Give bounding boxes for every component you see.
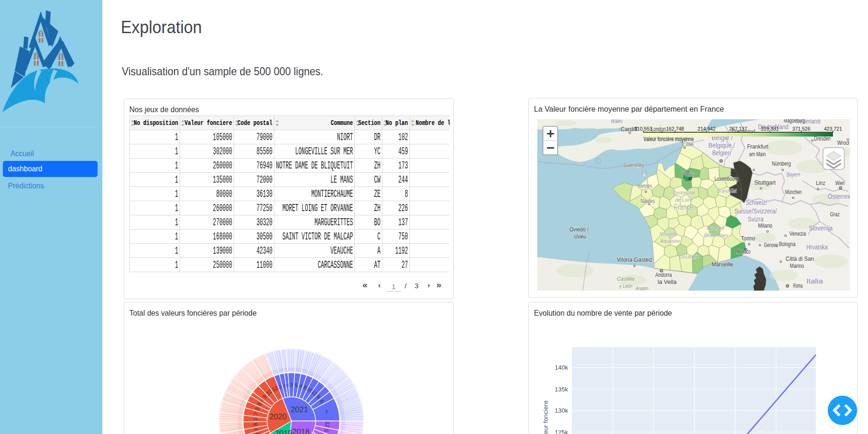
svg-text:267,137: 267,137 bbox=[729, 126, 747, 132]
svg-text:Bologna: Bologna bbox=[779, 241, 796, 248]
svg-text:Wien: Wien bbox=[835, 180, 845, 186]
svg-text:Nouvelle: Nouvelle bbox=[660, 231, 677, 237]
svg-text:8: 8 bbox=[253, 423, 259, 426]
svg-text:7: 7 bbox=[325, 409, 328, 415]
svg-text:Marseille: Marseille bbox=[712, 261, 733, 268]
svg-text:125k: 125k bbox=[555, 429, 569, 434]
svg-text:Stuttgart: Stuttgart bbox=[754, 179, 776, 186]
svg-text:Venezia: Venezia bbox=[789, 230, 806, 237]
svg-text:Aquitaine: Aquitaine bbox=[660, 238, 680, 244]
svg-text:Castilla: Castilla bbox=[617, 276, 634, 282]
svg-text:423,721: 423,721 bbox=[824, 126, 842, 132]
svg-text:Italia: Italia bbox=[806, 277, 823, 285]
svg-text:Occitanie: Occitanie bbox=[679, 254, 699, 259]
svg-text:Oviedo /: Oviedo / bbox=[570, 226, 588, 233]
svg-text:Milano: Milano bbox=[758, 222, 772, 229]
svg-text:Città di San: Città di San bbox=[786, 256, 814, 262]
svg-text:214,942: 214,942 bbox=[697, 126, 715, 132]
svg-text:Linz: Linz bbox=[816, 180, 825, 186]
svg-text:Grand Est: Grand Est bbox=[717, 188, 737, 194]
svg-text:Österreich: Österreich bbox=[828, 192, 850, 200]
svg-text:1: 1 bbox=[252, 417, 258, 421]
svg-text:Belgique /: Belgique / bbox=[708, 142, 735, 149]
svg-text:3: 3 bbox=[290, 382, 293, 388]
svg-text:319,331: 319,331 bbox=[761, 126, 779, 132]
svg-text:Aragón: Aragón bbox=[635, 285, 648, 291]
svg-text:162,748: 162,748 bbox=[666, 126, 684, 132]
svg-text:Valeur fonciere: Valeur fonciere bbox=[542, 400, 549, 434]
svg-text:12: 12 bbox=[324, 421, 330, 428]
svg-text:130k: 130k bbox=[555, 407, 569, 414]
svg-text:Guernsey: Guernsey bbox=[624, 161, 644, 168]
svg-text:2018: 2018 bbox=[292, 427, 310, 434]
svg-text:London: London bbox=[651, 125, 666, 133]
svg-text:Monaco: Monaco bbox=[736, 248, 750, 255]
svg-text:Slovenija: Slovenija bbox=[809, 224, 833, 232]
svg-text:Rennes: Rennes bbox=[638, 183, 652, 189]
svg-text:Graz: Graz bbox=[830, 211, 840, 218]
svg-text:de Loire: de Loire bbox=[675, 197, 693, 203]
svg-text:110,553: 110,553 bbox=[634, 126, 652, 132]
svg-text:München: München bbox=[785, 189, 802, 195]
svg-text:Centre-Val: Centre-Val bbox=[673, 190, 695, 195]
svg-text:Genova: Genova bbox=[764, 242, 778, 248]
svg-text:France: France bbox=[674, 203, 693, 212]
svg-text:Hrvatska: Hrvatska bbox=[806, 243, 828, 251]
svg-text:Nantes: Nantes bbox=[641, 198, 655, 204]
svg-text:Svizra: Svizra bbox=[748, 215, 764, 223]
svg-text:Wrocł: Wrocł bbox=[837, 140, 849, 146]
svg-text:Paris: Paris bbox=[682, 171, 694, 177]
svg-text:Belgien: Belgien bbox=[712, 149, 731, 157]
svg-text:Uviéu: Uviéu bbox=[574, 233, 586, 240]
svg-text:Bayern: Bayern bbox=[787, 171, 800, 178]
svg-text:am Main: am Main bbox=[749, 151, 766, 158]
svg-text:Andorra: Andorra bbox=[655, 272, 672, 278]
svg-text:Auvergne: Auvergne bbox=[706, 225, 724, 231]
svg-text:2020: 2020 bbox=[269, 412, 287, 421]
svg-text:Frankfurt: Frankfurt bbox=[747, 143, 769, 150]
svg-text:371,526: 371,526 bbox=[792, 126, 810, 132]
svg-text:y León: y León bbox=[619, 283, 632, 289]
svg-text:Suisse/Svizzera/: Suisse/Svizzera/ bbox=[734, 207, 777, 215]
svg-text:Luxembourg: Luxembourg bbox=[714, 176, 738, 182]
svg-text:Wales: Wales bbox=[611, 119, 623, 124]
svg-text:2021: 2021 bbox=[291, 405, 308, 414]
svg-text:Roma: Roma bbox=[793, 283, 803, 289]
svg-text:135k: 135k bbox=[555, 386, 569, 393]
svg-text:Nürnberg: Nürnberg bbox=[772, 160, 791, 167]
svg-text:Rhône-Alpes: Rhône-Alpes bbox=[704, 232, 728, 238]
svg-text:Marino: Marino bbox=[790, 263, 804, 269]
svg-text:2019: 2019 bbox=[275, 429, 292, 434]
svg-text:Valeur foncière moyenne: Valeur foncière moyenne bbox=[643, 136, 694, 142]
svg-text:la Vella: la Vella bbox=[658, 279, 677, 285]
svg-text:140k: 140k bbox=[555, 364, 569, 371]
svg-text:Torino: Torino bbox=[741, 235, 755, 242]
svg-text:Vitoria-Gasteiz: Vitoria-Gasteiz bbox=[617, 257, 652, 263]
svg-text:Schweiz/: Schweiz/ bbox=[746, 199, 767, 206]
